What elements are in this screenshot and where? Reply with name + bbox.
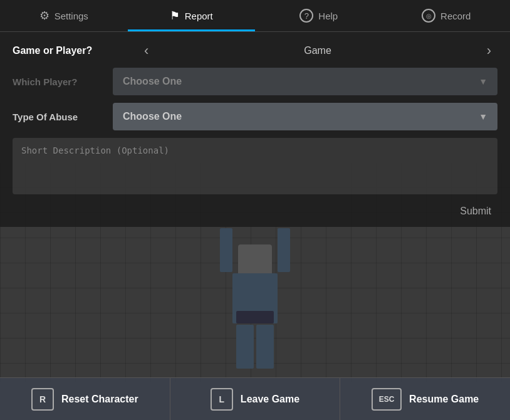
leave-game-label: Leave Game: [241, 394, 299, 405]
resume-game-label: Resume Game: [409, 394, 479, 405]
nav-help-label: Help: [318, 11, 338, 21]
flag-icon: ⚑: [170, 9, 180, 23]
which-player-label: Which Player?: [13, 76, 113, 87]
char-arms: [220, 228, 290, 272]
submit-button[interactable]: Submit: [454, 202, 497, 221]
help-icon: ?: [299, 9, 313, 23]
type-of-abuse-label: Type Of Abuse: [13, 112, 113, 122]
which-player-dropdown-arrow: ▼: [479, 76, 487, 87]
nav-report-label: Report: [185, 11, 213, 21]
game-player-selector: ‹ Game ›: [138, 41, 497, 60]
record-icon: ◎: [422, 9, 435, 23]
resume-game-button[interactable]: ESC Resume Game: [340, 377, 510, 420]
type-of-abuse-dropdown-value: Choose One: [123, 111, 182, 122]
which-player-row: Which Player? Choose One ▼: [13, 68, 497, 95]
reset-character-button[interactable]: R Reset Character: [0, 377, 170, 420]
char-leg-left: [236, 325, 254, 369]
char-leg-right: [256, 325, 274, 369]
submit-row: Submit: [13, 202, 497, 221]
char-arm-right: [278, 228, 290, 272]
type-of-abuse-dropdown-arrow: ▼: [479, 112, 487, 122]
prev-arrow-button[interactable]: ‹: [138, 41, 155, 60]
description-textarea[interactable]: [13, 138, 497, 194]
gear-icon: ⚙: [39, 9, 49, 23]
which-player-dropdown-value: Choose One: [123, 76, 182, 87]
nav-settings-label: Settings: [55, 11, 88, 21]
nav-bar: ⚙ Settings ⚑ Report ? Help ◎ Record: [0, 0, 510, 32]
leave-key-badge: L: [211, 388, 233, 411]
type-of-abuse-row: Type Of Abuse Choose One ▼: [13, 103, 497, 130]
type-of-abuse-dropdown[interactable]: Choose One ▼: [113, 103, 497, 130]
game-or-player-row: Game or Player? ‹ Game ›: [13, 41, 497, 60]
resume-key-badge: ESC: [372, 388, 402, 411]
char-arm-left: [220, 228, 232, 272]
nav-record[interactable]: ◎ Record: [383, 0, 511, 31]
bottom-bar: R Reset Character L Leave Game ESC Resum…: [0, 377, 510, 420]
char-legs: [217, 325, 293, 369]
ui-overlay: ⚙ Settings ⚑ Report ? Help ◎ Record Game…: [0, 0, 510, 227]
nav-settings[interactable]: ⚙ Settings: [0, 0, 128, 31]
report-panel: Game or Player? ‹ Game › Which Player? C…: [0, 32, 510, 227]
reset-character-label: Reset Character: [61, 394, 138, 405]
character-model: [217, 244, 293, 382]
reset-key-badge: R: [31, 388, 54, 411]
which-player-dropdown[interactable]: Choose One ▼: [113, 68, 497, 95]
leave-game-button[interactable]: L Leave Game: [170, 377, 341, 420]
nav-record-label: Record: [440, 11, 471, 21]
next-arrow-button[interactable]: ›: [481, 41, 497, 60]
nav-help[interactable]: ? Help: [255, 0, 383, 31]
game-player-value: Game: [155, 45, 480, 56]
nav-report[interactable]: ⚑ Report: [128, 0, 256, 31]
game-or-player-label: Game or Player?: [13, 45, 138, 56]
char-torso: [232, 273, 278, 323]
